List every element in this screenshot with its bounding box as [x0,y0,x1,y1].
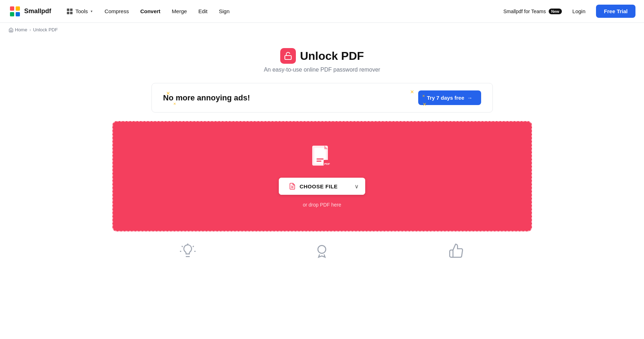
nav-right: Smallpdf for Teams New Login Free Trial [503,5,635,18]
logo-text: Smallpdf [24,7,51,15]
choose-file-label: CHOOSE FILE [299,183,337,189]
svg-rect-8 [316,158,324,160]
page-title-row: Unlock PDF [280,48,364,64]
home-icon [9,27,14,32]
nav-merge[interactable]: Merge [167,5,192,17]
tools-menu[interactable]: Tools ▾ [63,5,97,17]
svg-rect-2 [16,6,20,11]
feature-icon-2 [314,243,330,259]
breadcrumb-home-label: Home [15,27,27,32]
main-content: Unlock PDF An easy-to-use online PDF pas… [0,37,644,276]
page-header: Unlock PDF An easy-to-use online PDF pas… [264,48,380,73]
choose-file-row: CHOOSE FILE ∨ [279,178,365,195]
drop-hint: or drop PDF here [303,202,341,208]
bottom-icons [112,231,532,259]
nav-edit[interactable]: Edit [193,5,213,17]
navbar: Smallpdf Tools ▾ Compress Convert Merge … [0,0,644,23]
breadcrumb: Home › Unlock PDF [0,23,644,37]
svg-point-19 [318,245,326,253]
pdf-file-icon: PDF [311,145,334,171]
svg-rect-9 [316,161,321,162]
svg-rect-3 [10,12,14,16]
star-icon: ✕ [410,89,414,95]
page-subtitle: An easy-to-use online PDF password remov… [264,67,380,73]
thumbsup-icon [448,243,464,259]
nav-compress[interactable]: Compress [100,5,134,17]
tools-grid-icon [67,9,73,14]
tools-chevron-icon: ▾ [91,9,92,13]
feature-icon-3 [448,243,464,259]
svg-line-16 [193,246,194,247]
free-trial-button[interactable]: Free Trial [596,5,635,18]
award-icon [314,243,330,259]
dropdown-chevron-icon: ∨ [355,183,359,190]
choose-file-button[interactable]: CHOOSE FILE [279,178,347,195]
unlock-icon [284,52,292,60]
page-title: Unlock PDF [300,49,364,63]
breadcrumb-current: Unlock PDF [33,27,58,32]
logo-icon [9,5,21,18]
star-icon-4: ✕ [173,102,176,106]
new-badge: New [549,9,562,14]
choose-file-icon [289,183,296,190]
drop-zone[interactable]: PDF CHOOSE FILE ∨ or drop P [112,121,532,231]
breadcrumb-separator: › [30,27,31,32]
choose-file-dropdown-button[interactable]: ∨ [348,178,365,195]
svg-rect-4 [16,12,20,16]
ads-banner: ✕ ✕ ✕ ✕ ✕ No more annoying ads! Try 7 da… [151,83,493,113]
logo[interactable]: Smallpdf [9,5,51,18]
teams-link[interactable]: Smallpdf for Teams New [503,9,561,14]
svg-text:PDF: PDF [324,162,330,166]
feature-icon-1 [180,243,196,259]
bulb-icon [180,243,196,259]
teams-label: Smallpdf for Teams [503,9,546,14]
login-button[interactable]: Login [568,5,591,17]
nav-links: Compress Convert Merge Edit Sign [100,5,234,17]
svg-line-15 [182,246,183,247]
svg-rect-1 [10,6,14,11]
breadcrumb-home[interactable]: Home [9,27,27,32]
nav-sign[interactable]: Sign [214,5,234,17]
svg-rect-5 [285,56,291,59]
tools-label: Tools [75,8,88,14]
try-free-button[interactable]: Try 7 days free → [418,90,481,105]
unlock-icon-wrap [280,48,296,64]
nav-convert[interactable]: Convert [135,5,165,17]
ads-banner-text: No more annoying ads! [163,93,250,103]
